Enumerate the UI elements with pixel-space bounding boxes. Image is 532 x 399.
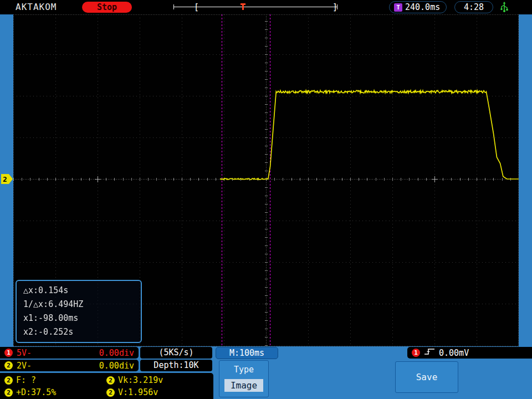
brand-logo: AKTAKOM — [16, 0, 57, 14]
measurement-vk: 2 Vk:3.219v — [106, 375, 163, 385]
timebase-readout: M:100ms — [216, 347, 278, 359]
channel2-badge: 2 — [4, 361, 13, 370]
cursor-frequency: 1/△x:6.494HZ — [23, 298, 134, 311]
measurement-duty: 2 +D:37.5% — [4, 387, 56, 397]
channel1-scale: 5V- — [17, 348, 32, 358]
measurement-value: Vk:3.219v — [118, 375, 163, 385]
measurement-frequency: 2 F: ? — [4, 375, 36, 385]
window-left-bracket-icon: [ — [194, 2, 199, 13]
trigger-delay-value: 240.0ms — [405, 2, 440, 12]
trigger-level-value: 0.00mV — [439, 348, 469, 358]
top-status-bar: AKTAKOM Stop [ ] T 240.0ms 4:28 — [0, 0, 532, 14]
usb-device-icon — [500, 2, 509, 15]
measurement-channel-badge: 2 — [4, 376, 13, 385]
rising-edge-icon — [424, 347, 435, 358]
channel1-offset: 0.00div — [99, 348, 134, 358]
trigger-delay-chip: T 240.0ms — [389, 1, 447, 13]
measurement-channel-badge: 2 — [106, 376, 115, 385]
trigger-t-icon: T — [394, 3, 402, 12]
clock-value: 4:28 — [464, 2, 484, 12]
measurement-channel-badge: 2 — [106, 388, 115, 397]
trigger-position-bar: [ ] — [173, 0, 337, 14]
cursor-x2: x2:-0.252s — [23, 325, 134, 339]
scope-screen: △x:0.154s 1/△x:6.494HZ x1:-98.00ms x2:-0… — [13, 14, 519, 346]
clock-chip: 4:28 — [454, 1, 493, 13]
measurement-channel-badge: 2 — [4, 388, 13, 397]
save-button[interactable]: Save — [395, 361, 458, 393]
sample-rate-readout: (5KS/s) — [140, 347, 212, 359]
channel2-scale: 2V- — [17, 361, 32, 371]
channel1-readout: 1 5V- 0.00div — [0, 347, 139, 359]
measurement-value: V:1.956v — [118, 387, 158, 397]
type-menu-button[interactable]: Type Image — [219, 360, 269, 397]
trigger-source-badge: 1 — [412, 349, 420, 357]
cursor-x1: x1:-98.00ms — [23, 311, 134, 325]
cursor-delta-x: △x:0.154s — [23, 284, 134, 298]
cursor-readout-panel: △x:0.154s 1/△x:6.494HZ x1:-98.00ms x2:-0… — [16, 280, 142, 343]
run-stop-button[interactable]: Stop — [82, 2, 132, 13]
measurement-value: F: ? — [16, 375, 36, 385]
channel2-position-marker[interactable]: 2 — [1, 174, 12, 184]
trigger-position-marker-icon — [241, 3, 245, 5]
channel2-marker-label: 2 — [1, 174, 9, 184]
bottom-status-area: 1 5V- 0.00div (5KS/s) M:100ms 1 0.00mV 2… — [0, 347, 532, 399]
trigger-level-readout: 1 0.00mV — [407, 347, 532, 359]
oscilloscope-frame: AKTAKOM Stop [ ] T 240.0ms 4:28 — [0, 0, 532, 399]
window-right-bracket-icon: ] — [332, 2, 337, 13]
measurement-voltage: 2 V:1.956v — [106, 387, 158, 397]
channel2-offset: 0.00div — [99, 361, 134, 371]
type-menu-selected-value[interactable]: Image — [224, 379, 263, 392]
channel2-readout: 2 2V- 0.00div — [0, 360, 139, 371]
memory-depth-readout: Depth:10K — [140, 360, 212, 371]
measurements-panel: 2 F: ? 2 Vk:3.219v 2 +D:37.5% 2 V:1.956v — [0, 373, 213, 399]
channel1-badge: 1 — [4, 349, 13, 357]
measurement-value: +D:37.5% — [16, 387, 56, 397]
type-menu-label: Type — [219, 365, 268, 375]
